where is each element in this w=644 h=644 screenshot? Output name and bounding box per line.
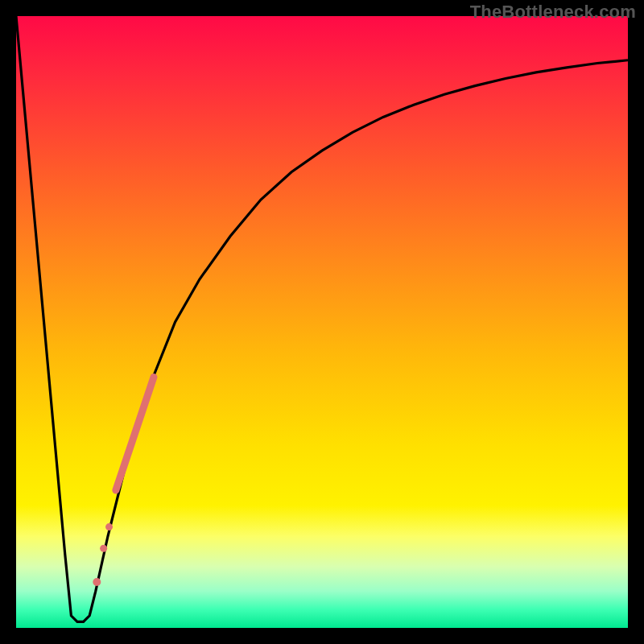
marker-dot-2: [100, 545, 107, 552]
bottleneck-curve: [16, 16, 628, 621]
highlight-segment: [116, 377, 154, 490]
plot-area: [16, 16, 628, 628]
marker-dot-3: [93, 578, 101, 586]
chart-frame: TheBottleneck.com: [0, 0, 644, 644]
curve-svg: [16, 16, 628, 628]
marker-dot-1: [105, 523, 113, 530]
watermark-text: TheBottleneck.com: [470, 2, 636, 23]
